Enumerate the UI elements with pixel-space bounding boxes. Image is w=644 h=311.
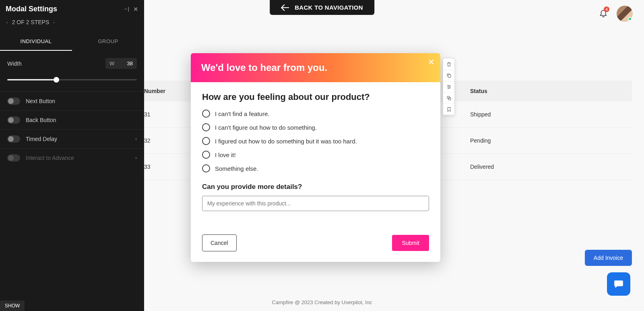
width-label: Width — [7, 60, 22, 67]
radio-option[interactable]: I can't find a feature. — [202, 110, 429, 118]
radio-option[interactable]: I figured out how to do something but it… — [202, 137, 429, 145]
steps-indicator: ‹ 2 OF 2 STEPS › — [0, 16, 144, 33]
question-1: How are you feeling about our product? — [202, 92, 429, 102]
toggle-next-button[interactable] — [7, 97, 20, 105]
copy-tool-icon[interactable] — [443, 70, 454, 81]
svg-point-1 — [448, 85, 448, 86]
svg-point-2 — [449, 87, 450, 87]
notifications-count: 4 — [604, 6, 609, 12]
tab-group[interactable]: GROUP — [72, 33, 144, 51]
modal-banner-title: We'd love to hear from you. — [201, 62, 430, 73]
step-next-icon[interactable]: › — [53, 20, 55, 25]
slider-thumb[interactable] — [54, 77, 59, 83]
toggle-timed-delay[interactable] — [7, 135, 20, 143]
add-invoice-button[interactable]: Add Invoice — [585, 250, 632, 266]
cell-status: Shipped — [470, 111, 491, 118]
width-value-box[interactable]: W 38 — [105, 58, 137, 69]
duplicate-tool-icon[interactable] — [443, 92, 454, 104]
back-to-navigation[interactable]: BACK TO NAVIGATION — [270, 0, 374, 15]
tab-individual[interactable]: INDIVIDUAL — [0, 33, 72, 51]
width-letter: W — [109, 60, 114, 66]
radio-option[interactable]: I can't figure out how to do something. — [202, 123, 429, 131]
show-button[interactable]: SHOW — [0, 301, 25, 311]
close-modal-icon[interactable]: ✕ — [428, 57, 435, 67]
notifications-button[interactable]: 4 — [599, 8, 608, 19]
modal-settings-panel: Modal Settings →| ✕ ‹ 2 OF 2 STEPS › IND… — [0, 0, 144, 311]
online-status-dot — [628, 17, 632, 21]
radio-icon[interactable] — [202, 151, 210, 159]
width-slider[interactable] — [7, 75, 137, 84]
radio-icon[interactable] — [202, 164, 210, 172]
settings-tool-icon[interactable] — [443, 81, 454, 92]
collapse-panel-icon[interactable]: →| — [123, 6, 129, 13]
option-interact-advance[interactable]: Interact to Advance › — [0, 148, 144, 167]
chevron-right-icon: › — [135, 136, 137, 142]
step-prev-icon[interactable]: ‹ — [6, 20, 8, 25]
steps-text: 2 OF 2 STEPS — [12, 19, 50, 25]
chat-button[interactable] — [607, 272, 630, 296]
delete-tool-icon[interactable] — [443, 58, 454, 70]
width-value: 38 — [127, 60, 133, 66]
chevron-right-icon: › — [135, 155, 137, 161]
toggle-back-button[interactable] — [7, 116, 20, 124]
svg-point-3 — [448, 88, 449, 89]
option-next-button[interactable]: Next Button — [0, 91, 144, 110]
panel-title: Modal Settings — [6, 5, 57, 13]
col-header-status: Status — [470, 88, 487, 94]
radio-option[interactable]: Something else. — [202, 164, 429, 172]
close-panel-icon[interactable]: ✕ — [133, 6, 138, 13]
cell-status: Pending — [470, 137, 491, 144]
option-timed-delay[interactable]: Timed Delay › — [0, 129, 144, 148]
feedback-modal: We'd love to hear from you. ✕ How are yo… — [191, 53, 440, 262]
radio-icon[interactable] — [202, 137, 210, 145]
user-avatar[interactable] — [617, 6, 633, 22]
question-2: Can you provide more details? — [202, 183, 429, 191]
radio-icon[interactable] — [202, 123, 210, 131]
arrow-left-icon — [281, 4, 289, 11]
chat-icon — [613, 279, 624, 289]
option-back-button[interactable]: Back Button — [0, 110, 144, 129]
details-input[interactable] — [202, 196, 429, 211]
radio-option[interactable]: I love it! — [202, 151, 429, 159]
svg-rect-0 — [448, 75, 451, 77]
cancel-button[interactable]: Cancel — [202, 234, 237, 251]
bookmark-tool-icon[interactable] — [443, 104, 454, 115]
submit-button[interactable]: Submit — [392, 235, 429, 251]
cell-status: Delivered — [470, 164, 494, 170]
editor-toolbox — [443, 58, 455, 115]
radio-icon[interactable] — [202, 110, 210, 118]
footer-text: Campfire @ 2023 Created by Userpilot, In… — [272, 299, 372, 305]
toggle-interact-advance[interactable] — [7, 154, 20, 162]
